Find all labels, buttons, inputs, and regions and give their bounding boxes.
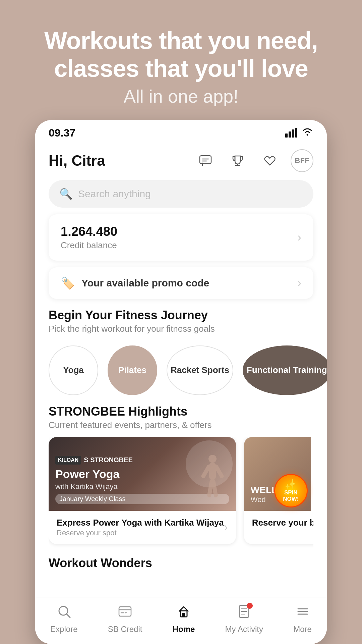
signal-icon bbox=[285, 128, 297, 138]
svg-point-10 bbox=[208, 455, 217, 463]
trophy-icon-button[interactable] bbox=[226, 149, 249, 172]
card-1-chevron: › bbox=[224, 520, 228, 534]
more-label: More bbox=[293, 625, 312, 634]
highlights-title: STRONGBEE Highlights bbox=[49, 405, 313, 419]
promo-chevron: › bbox=[297, 276, 301, 290]
greeting: Hi, Citra bbox=[49, 152, 105, 169]
phone-mockup: 09.37 Hi, Citra bbox=[35, 120, 327, 644]
svg-rect-1 bbox=[289, 131, 291, 138]
hero-section: Workouts that you need, classes that you… bbox=[24, 0, 338, 120]
card-1-image: KILOAN S STRONGBEE Power Yoga with Karti… bbox=[49, 437, 236, 511]
svg-line-17 bbox=[67, 614, 70, 618]
svg-rect-3 bbox=[295, 128, 297, 138]
promo-left: 🏷️ Your available promo code bbox=[61, 276, 209, 290]
sb-credit-icon bbox=[118, 604, 132, 622]
bff-button[interactable]: BFF bbox=[291, 149, 313, 172]
hero-subtitle: All in one app! bbox=[44, 86, 318, 107]
my-activity-label: My Activity bbox=[225, 625, 263, 634]
header-icons: BFF bbox=[194, 149, 313, 172]
hero-title: Workouts that you need, classes that you… bbox=[44, 27, 318, 83]
more-icon bbox=[295, 604, 310, 622]
home-label: Home bbox=[173, 625, 195, 634]
promo-text: Your available promo code bbox=[81, 277, 209, 289]
strongbee-brand: S STRONGBEE bbox=[84, 456, 133, 464]
svg-rect-2 bbox=[292, 129, 294, 138]
spacer bbox=[35, 574, 327, 597]
highlight-card-2[interactable]: WELLI Wed ✨ SPINNOW! Reserve your boo... bbox=[244, 437, 313, 544]
kiloan-logo: KILOAN bbox=[55, 456, 81, 465]
credit-label: Credit balance bbox=[61, 240, 117, 251]
heart-icon-button[interactable] bbox=[258, 149, 281, 172]
explore-icon bbox=[57, 604, 71, 622]
category-functional-training[interactable]: Functional Training bbox=[243, 345, 327, 395]
search-bar[interactable]: 🔍 Search anything bbox=[49, 180, 313, 208]
workout-wonders-section: Workout Wonders bbox=[35, 549, 327, 574]
svg-rect-5 bbox=[200, 156, 211, 164]
highlights-section: STRONGBEE Highlights Current featured ev… bbox=[35, 405, 327, 549]
search-placeholder: Search anything bbox=[78, 188, 151, 200]
category-pilates[interactable]: Pilates bbox=[108, 345, 157, 395]
fitness-title: Begin Your Fitness Journey bbox=[49, 308, 313, 322]
card-2-footer: Reserve your boo... bbox=[244, 511, 313, 535]
nav-explore[interactable]: Explore bbox=[50, 604, 77, 634]
card-2-footer-title: Reserve your boo... bbox=[252, 518, 313, 528]
card-1-footer-sub: Reserve your spot bbox=[57, 529, 224, 537]
bottom-nav: Explore SB Credit Home My Activity bbox=[35, 597, 327, 644]
workout-wonders-title: Workout Wonders bbox=[49, 556, 313, 570]
search-icon: 🔍 bbox=[59, 187, 73, 200]
svg-rect-23 bbox=[182, 613, 185, 617]
chat-icon-button[interactable] bbox=[194, 149, 217, 172]
category-yoga[interactable]: Yoga bbox=[49, 345, 98, 395]
card-2-image: WELLI Wed ✨ SPINNOW! bbox=[244, 437, 311, 511]
status-icons bbox=[285, 127, 313, 139]
category-racket-sports[interactable]: Racket Sports bbox=[167, 345, 233, 395]
explore-label: Explore bbox=[50, 625, 77, 634]
nav-sb-credit[interactable]: SB Credit bbox=[108, 604, 142, 634]
sb-credit-label: SB Credit bbox=[108, 625, 142, 634]
status-bar: 09.37 bbox=[35, 120, 327, 143]
highlight-card-1[interactable]: KILOAN S STRONGBEE Power Yoga with Karti… bbox=[49, 437, 236, 544]
svg-rect-18 bbox=[119, 607, 131, 616]
highlights-scroll: KILOAN S STRONGBEE Power Yoga with Karti… bbox=[49, 437, 313, 549]
wifi-icon bbox=[301, 127, 313, 139]
fitness-section-header: Begin Your Fitness Journey Pick the righ… bbox=[35, 308, 327, 337]
credit-card[interactable]: 1.264.480 Credit balance › bbox=[49, 214, 313, 261]
nav-more[interactable]: More bbox=[293, 604, 312, 634]
categories-list: Yoga Pilates Racket Sports Functional Tr… bbox=[35, 337, 327, 405]
svg-rect-0 bbox=[285, 133, 288, 138]
spin-badge[interactable]: ✨ SPINNOW! bbox=[274, 474, 308, 507]
credit-info: 1.264.480 Credit balance bbox=[61, 224, 117, 251]
my-activity-icon bbox=[237, 604, 251, 622]
home-icon bbox=[176, 604, 191, 622]
highlights-subtitle: Current featured events, partners, & off… bbox=[49, 420, 313, 430]
svg-point-4 bbox=[307, 134, 308, 136]
promo-icon: 🏷️ bbox=[61, 276, 75, 290]
credit-chevron: › bbox=[297, 230, 301, 245]
app-content: Hi, Citra BFF 🔍 Search anything bbox=[35, 143, 327, 644]
activity-badge bbox=[247, 603, 253, 609]
nav-my-activity[interactable]: My Activity bbox=[225, 604, 263, 634]
nav-home[interactable]: Home bbox=[173, 604, 195, 634]
status-time: 09.37 bbox=[49, 127, 75, 139]
card-1-footer-title: Express Power Yoga with Kartika Wijaya bbox=[57, 518, 224, 528]
promo-bar[interactable]: 🏷️ Your available promo code › bbox=[49, 267, 313, 299]
card-1-footer: Express Power Yoga with Kartika Wijaya R… bbox=[49, 511, 236, 544]
fitness-subtitle: Pick the right workout for your fitness … bbox=[49, 324, 313, 334]
header: Hi, Citra BFF bbox=[35, 143, 327, 177]
credit-amount: 1.264.480 bbox=[61, 224, 117, 239]
